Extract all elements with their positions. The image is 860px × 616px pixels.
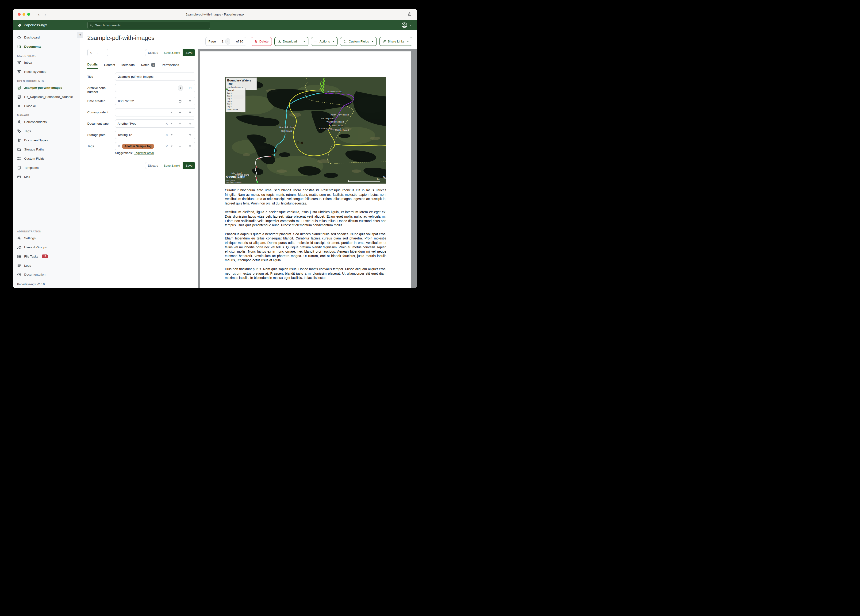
field-row-document-type: Document type Another Type✕	[87, 119, 195, 128]
mail-icon	[17, 175, 21, 179]
browser-back-button[interactable]: ‹	[37, 12, 40, 17]
title-input[interactable]	[118, 75, 193, 79]
brand[interactable]: Paperless-ngx	[17, 23, 47, 27]
browser-forward-button[interactable]: ›	[44, 12, 47, 17]
filter-lines-icon	[188, 111, 192, 114]
tab-permissions[interactable]: Permissions	[162, 63, 179, 69]
storage-add-button[interactable]	[175, 131, 185, 139]
suggestion-link[interactable]: TagWithPartial	[134, 151, 154, 155]
custom-fields-button[interactable]: Custom Fields	[340, 37, 377, 46]
sidebar-section-saved-views: SAVED VIEWS	[13, 55, 80, 57]
asn-input[interactable]	[115, 84, 185, 92]
tab-metadata[interactable]: Metadata	[122, 63, 135, 69]
next-document-button[interactable]: →	[101, 49, 108, 56]
tab-notes[interactable]: Notes1	[141, 63, 155, 69]
sidebar-item-custom-fields[interactable]: Custom Fields	[13, 155, 80, 162]
sidebar-item-logs[interactable]: Logs	[13, 262, 80, 269]
traffic-light-close[interactable]	[18, 13, 20, 16]
tags-select[interactable]: ✕ Another Sample Tag ✕	[115, 142, 175, 150]
sidebar-item-templates[interactable]: Templates	[13, 164, 80, 171]
storage-filter-button[interactable]	[185, 131, 195, 139]
sidebar-item-inbox[interactable]: Inbox	[13, 59, 80, 66]
traffic-light-zoom[interactable]	[27, 13, 30, 16]
tab-details[interactable]: Details	[87, 63, 98, 69]
sidebar-item-close-all[interactable]: Close all	[13, 102, 80, 110]
document-icon	[17, 86, 21, 90]
sidebar-item-label: Tags	[24, 129, 31, 133]
asn-stepper[interactable]	[178, 85, 183, 91]
sidebar-item-settings[interactable]: Settings	[13, 234, 80, 242]
page-number-value[interactable]: 1	[222, 40, 224, 43]
save-button[interactable]: Save	[183, 49, 195, 56]
share-links-button[interactable]: Share Links	[379, 37, 412, 46]
tag-chip[interactable]: Another Sample Tag	[122, 144, 154, 149]
tab-content[interactable]: Content	[104, 63, 115, 69]
sidebar-item-dashboard[interactable]: Dashboard	[13, 34, 80, 41]
sidebar-item-tags[interactable]: Tags	[13, 127, 80, 135]
user-menu[interactable]	[401, 22, 412, 28]
close-icon	[17, 104, 21, 108]
sidebar-item-documentation[interactable]: Documentation	[13, 271, 80, 278]
up-down-chevrons-icon	[226, 40, 229, 43]
doctype-select[interactable]: Another Type✕	[115, 119, 175, 128]
doctype-add-button[interactable]	[175, 119, 185, 128]
save-next-button[interactable]: Save & next	[161, 49, 183, 56]
document-title: 2sample-pdf-with-images	[87, 34, 154, 42]
correspondent-filter-button[interactable]	[185, 108, 195, 116]
sidebar-item-mail[interactable]: Mail	[13, 173, 80, 181]
doctype-filter-button[interactable]	[185, 119, 195, 128]
sidebar-item-users-groups[interactable]: Users & Groups	[13, 244, 80, 251]
save-next-button-bottom[interactable]: Save & next	[161, 162, 183, 169]
asn-input-inner[interactable]	[118, 86, 178, 90]
search-input[interactable]	[94, 23, 208, 27]
close-document-button[interactable]: ✕	[87, 49, 94, 56]
share-icon[interactable]	[408, 12, 412, 16]
page-stepper[interactable]	[225, 38, 230, 45]
chevron-down-icon	[407, 41, 409, 42]
document-body-text: Curabitur bibendum ante urna, sed blandi…	[225, 188, 386, 280]
filter-lines-icon	[188, 99, 192, 103]
sidebar-item-correspondents[interactable]: Correspondents	[13, 118, 80, 126]
traffic-light-minimize[interactable]	[22, 13, 25, 16]
clear-icon[interactable]: ✕	[165, 133, 168, 137]
sidebar-item-recently-added[interactable]: Recently Added	[13, 68, 80, 75]
field-row-correspondent: Correspondent	[87, 108, 195, 116]
actions-button[interactable]: Actions	[311, 37, 337, 46]
discard-button[interactable]: Discard	[145, 49, 161, 56]
discard-button-bottom[interactable]: Discard	[145, 162, 161, 169]
previous-document-button[interactable]: ←	[94, 49, 101, 56]
clear-icon[interactable]: ✕	[165, 122, 168, 126]
storage-select[interactable]: Testing 12✕	[115, 131, 175, 139]
paragraph: Curabitur bibendum ante urna, sed blandi…	[225, 188, 386, 206]
map-label: Washington Island	[326, 121, 344, 123]
calendar-button[interactable]	[175, 97, 185, 105]
clear-icon[interactable]: ✕	[165, 145, 168, 148]
save-button-bottom[interactable]: Save	[183, 162, 195, 169]
sidebar-item-documents[interactable]: Documents	[13, 43, 80, 50]
sidebar-item-storage-paths[interactable]: Storage Paths	[13, 146, 80, 153]
legend-item: Day 6	[227, 106, 244, 108]
tags-filter-button[interactable]	[185, 142, 195, 150]
download-options-button[interactable]	[300, 37, 308, 46]
page-navigation: Page 1 of 10	[206, 37, 246, 46]
sidebar-item-file-tasks[interactable]: File Tasks 16	[13, 253, 80, 260]
sidebar-item-document-types[interactable]: Document Types	[13, 137, 80, 144]
download-button[interactable]: Download	[275, 37, 300, 46]
date-filter-button[interactable]	[185, 97, 195, 105]
correspondent-add-button[interactable]	[175, 108, 185, 116]
sidebar-item-open-doc-1[interactable]: 2sample-pdf-with-images	[13, 84, 80, 91]
correspondent-select[interactable]	[115, 108, 175, 116]
remove-tag-icon[interactable]: ✕	[118, 145, 121, 148]
plus-icon	[178, 122, 182, 125]
file-tasks-badge: 16	[42, 255, 48, 258]
tags-add-button[interactable]	[175, 142, 185, 150]
sidebar-collapse-button[interactable]: «	[77, 32, 83, 38]
date-created-input[interactable]	[118, 99, 173, 103]
legend-item: Entry Point 24	[227, 108, 244, 110]
date-field-label: Date created	[87, 97, 115, 105]
pdf-preview-pane[interactable]: Boundary Waters Trip Six days in BWCA Le…	[198, 49, 417, 288]
delete-button[interactable]: Delete	[251, 37, 272, 46]
up-down-chevrons-icon	[179, 86, 182, 89]
sidebar-item-open-doc-2[interactable]: H7_Napoleon_Bonaparte_zadanie	[13, 93, 80, 101]
asn-plus-one-button[interactable]: +1	[185, 84, 195, 92]
